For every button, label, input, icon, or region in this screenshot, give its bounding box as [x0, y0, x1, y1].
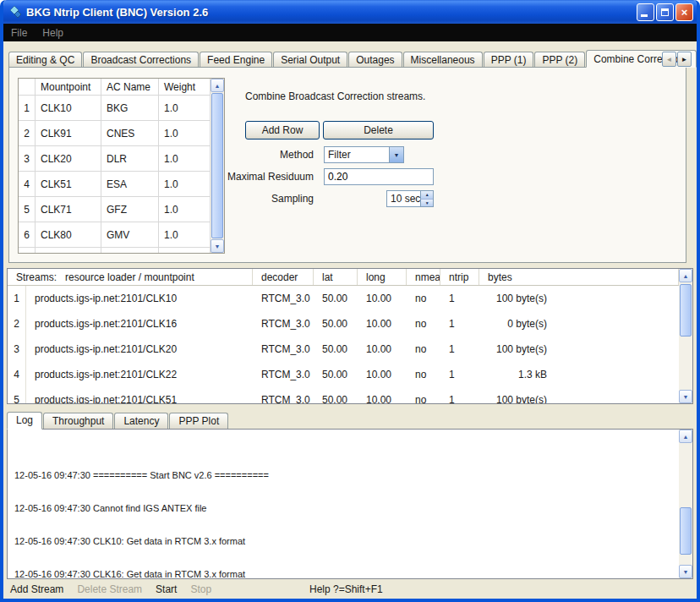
window-title: BKG Ntrip Client (BNC) Version 2.6: [26, 6, 637, 19]
tab-scroll-left-button[interactable]: ◄: [662, 52, 676, 67]
combination-table: Mountpoint AC Name Weight 1 CLK10 BKG 1.…: [18, 78, 225, 254]
stop-action: Stop: [190, 583, 211, 595]
tab-ppp-2[interactable]: PPP (2): [534, 52, 585, 68]
scroll-up-icon[interactable]: ▲: [679, 430, 692, 443]
cell-ac-name[interactable]: BKG: [101, 96, 159, 121]
top-tabbar: Editing & QC Broadcast Corrections Feed …: [8, 50, 697, 68]
stream-row[interactable]: 1 products.igs-ip.net:2101/CLK10 RTCM_3.…: [8, 286, 679, 311]
chevron-down-icon[interactable]: ▼: [389, 147, 403, 162]
scrollbar-thumb[interactable]: [680, 507, 692, 555]
method-label: Method: [204, 149, 314, 161]
stream-row[interactable]: 2 products.igs-ip.net:2101/CLK16 RTCM_3.…: [8, 311, 679, 337]
cell-long: 10.00: [358, 311, 407, 337]
scroll-down-icon[interactable]: ▼: [211, 239, 224, 253]
cell-weight[interactable]: 1.0: [159, 197, 211, 222]
delete-button[interactable]: Delete: [323, 121, 434, 140]
tab-ppp-plot[interactable]: PPP Plot: [169, 413, 228, 429]
bottom-tabbar: Log Throughput Latency PPP Plot: [7, 412, 229, 429]
cell-mountpoint[interactable]: CLK91: [36, 121, 101, 146]
method-combobox[interactable]: Filter ▼: [324, 146, 404, 163]
menu-file[interactable]: File: [3, 25, 35, 41]
tab-outages[interactable]: Outages: [348, 52, 402, 68]
combination-table-scrollbar[interactable]: ▲ ▼: [211, 79, 224, 253]
close-icon: ×: [681, 7, 688, 18]
cell-ac-name[interactable]: CNES: [101, 121, 159, 146]
cell-mountpoint[interactable]: CLK80: [36, 222, 101, 248]
log-scrollbar[interactable]: ▲ ▼: [679, 430, 692, 578]
cell-ac-name[interactable]: GFZ: [101, 197, 159, 222]
header-decoder: decoder: [253, 269, 314, 285]
cell-lat: 50.00: [314, 311, 358, 337]
spin-up-icon[interactable]: ▲: [421, 191, 433, 200]
cell-ac-name[interactable]: ESA: [101, 172, 159, 197]
tab-throughput[interactable]: Throughput: [43, 413, 113, 429]
tab-feed-engine[interactable]: Feed Engine: [200, 52, 272, 68]
cell-ac-name[interactable]: GMV: [101, 222, 159, 248]
cell-mountpoint: products.igs-ip.net:2101/CLK10: [26, 286, 253, 311]
tab-latency[interactable]: Latency: [114, 413, 168, 429]
stream-row[interactable]: 4 products.igs-ip.net:2101/CLK22 RTCM_3.…: [8, 362, 679, 387]
cell-mountpoint[interactable]: CLK20: [36, 146, 101, 172]
scrollbar-thumb[interactable]: [211, 93, 223, 238]
scrollbar-track[interactable]: [211, 92, 224, 239]
cell-weight[interactable]: 1.0: [159, 146, 211, 172]
tab-log[interactable]: Log: [7, 412, 42, 430]
table-row[interactable]: 6 CLK80 GMV 1.0: [19, 222, 211, 248]
help-hint: Help ?=Shift+F1: [309, 583, 383, 595]
tab-scroll-right-button[interactable]: ►: [677, 52, 692, 67]
scrollbar-track[interactable]: [679, 282, 692, 390]
tab-miscellaneous[interactable]: Miscellaneous: [403, 52, 483, 68]
menu-help[interactable]: Help: [35, 25, 71, 41]
minimize-button[interactable]: [637, 3, 654, 21]
cell-weight[interactable]: 1.0: [159, 121, 211, 146]
table-row[interactable]: 2 CLK91 CNES 1.0: [19, 121, 211, 146]
header-long: long: [358, 269, 407, 285]
header-nmea: nmea: [407, 269, 440, 285]
menubar: File Help: [3, 24, 697, 41]
table-filler-row: [19, 248, 211, 253]
cell-weight[interactable]: 1.0: [159, 222, 211, 248]
tab-broadcast-corrections[interactable]: Broadcast Corrections: [83, 52, 199, 68]
cell-nmea: no: [407, 311, 440, 337]
scrollbar-track[interactable]: [679, 443, 692, 565]
tab-ppp-1[interactable]: PPP (1): [484, 52, 534, 68]
combine-description: Combine Broadcast Correction streams.: [245, 90, 425, 102]
close-button[interactable]: ×: [675, 3, 693, 21]
tab-serial-output[interactable]: Serial Output: [273, 52, 347, 68]
row-number: 5: [19, 197, 36, 222]
tab-editing-qc[interactable]: Editing & QC: [8, 52, 82, 68]
add-stream-action[interactable]: Add Stream: [10, 583, 63, 595]
sampling-spinner[interactable]: 10 sec ▲ ▼: [386, 190, 434, 207]
titlebar[interactable]: BKG Ntrip Client (BNC) Version 2.6 ×: [3, 0, 697, 24]
add-row-button[interactable]: Add Row: [245, 121, 320, 140]
cell-mountpoint: products.igs-ip.net:2101/CLK16: [26, 311, 253, 337]
scroll-down-icon[interactable]: ▼: [679, 565, 692, 578]
cell-ntrip: 1: [440, 362, 479, 387]
stream-row[interactable]: 5 products.igs-ip.net:2101/CLK51 RTCM_3.…: [8, 387, 679, 403]
cell-ac-name[interactable]: DLR: [101, 146, 159, 172]
stream-row[interactable]: 3 products.igs-ip.net:2101/CLK20 RTCM_3.…: [8, 337, 679, 362]
cell-weight[interactable]: 1.0: [159, 96, 211, 121]
table-row[interactable]: 4 CLK51 ESA 1.0: [19, 172, 211, 197]
maximize-button[interactable]: [656, 3, 674, 21]
scroll-up-icon[interactable]: ▲: [679, 269, 692, 282]
cell-mountpoint[interactable]: CLK10: [36, 96, 101, 121]
cell-mountpoint[interactable]: CLK51: [36, 172, 101, 197]
cell-lat: 50.00: [314, 387, 358, 403]
cell-bytes: 100 byte(s): [488, 394, 547, 403]
table-row[interactable]: 5 CLK71 GFZ 1.0: [19, 197, 211, 222]
scrollbar-thumb[interactable]: [680, 284, 692, 337]
cell-decoder: RTCM_3.0: [253, 362, 314, 387]
streams-scrollbar[interactable]: ▲ ▼: [679, 269, 692, 403]
maximal-residuum-input[interactable]: [324, 168, 434, 185]
cell-weight[interactable]: 1.0: [159, 172, 211, 197]
cell-mountpoint[interactable]: CLK71: [36, 197, 101, 222]
spin-down-icon[interactable]: ▼: [421, 200, 433, 207]
cell-ntrip: 1: [440, 387, 479, 403]
start-action[interactable]: Start: [156, 583, 177, 595]
scroll-up-icon[interactable]: ▲: [211, 79, 224, 92]
table-row[interactable]: 3 CLK20 DLR 1.0: [19, 146, 211, 172]
sampling-value: 10 sec: [387, 191, 420, 206]
table-row[interactable]: 1 CLK10 BKG 1.0: [19, 96, 211, 121]
scroll-down-icon[interactable]: ▼: [679, 390, 692, 403]
